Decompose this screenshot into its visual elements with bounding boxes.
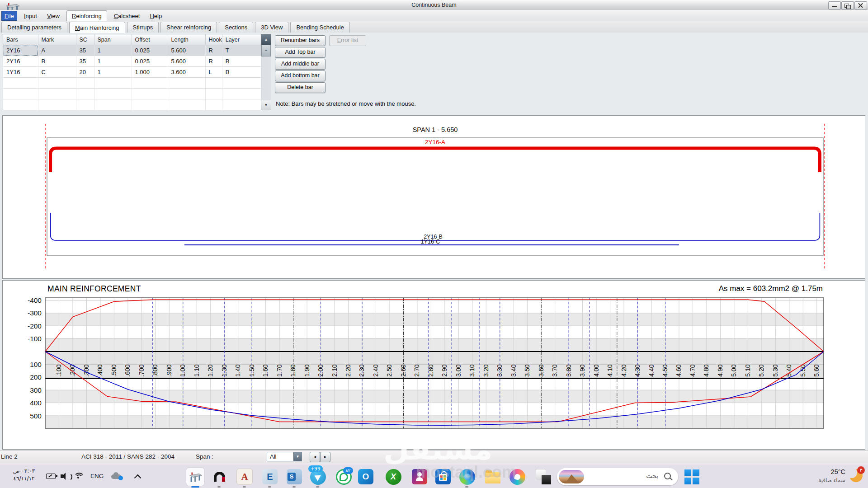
cell-bars[interactable]: 2Y16 (3, 56, 38, 67)
weather-widget[interactable]: 25°C سماء صافية ٣ (818, 468, 863, 484)
minimize-button[interactable] (828, 1, 841, 9)
renumber-bars-button[interactable]: Renumber bars (275, 35, 326, 46)
reinforcement-envelope-chart: -400-300-200-100100200300400500.100.200.… (3, 281, 865, 449)
column-header-layer[interactable]: Layer (222, 34, 261, 45)
error-list-button[interactable]: Error list (329, 35, 366, 46)
cell-bars[interactable]: 1Y16 (3, 67, 38, 78)
chevron-down-icon[interactable]: ▼ (293, 452, 302, 461)
column-header-hook[interactable]: Hook (205, 34, 222, 45)
add-top-bar-button[interactable]: Add Top bar (275, 47, 326, 58)
menu-item-reinforcing[interactable]: Reinforcing (66, 10, 107, 21)
taskbar-microsoft-store-app[interactable] (434, 468, 452, 486)
menu-item-calcsheet[interactable]: Calcsheet (111, 11, 143, 21)
taskbar-edge-browser-app[interactable] (458, 468, 476, 486)
cell-mark[interactable]: A (38, 45, 76, 56)
bars-table[interactable]: BarsMarkSCSpanOffsetLengthHookLayer2Y16A… (3, 34, 271, 110)
column-header-offset[interactable]: Offset (132, 34, 168, 45)
cell-sc[interactable]: 20 (76, 67, 94, 78)
taskbar-desktop-preview-app[interactable] (534, 468, 552, 486)
taskbar-prokon-app[interactable] (210, 468, 228, 486)
menu-item-input[interactable]: Input (21, 11, 40, 21)
windows-start-button[interactable] (684, 469, 699, 484)
table-row[interactable]: 2Y16A3510.0255.600RT (3, 45, 261, 56)
cell-span[interactable]: 1 (94, 67, 132, 78)
cell-mark[interactable]: B (38, 56, 76, 67)
cell-sc[interactable]: 35 (76, 56, 94, 67)
cell-length[interactable]: 3.600 (168, 67, 205, 78)
menu-item-file[interactable]: File (1, 11, 17, 21)
column-header-length[interactable]: Length (168, 34, 205, 45)
language-indicator[interactable]: ENG (90, 473, 104, 479)
cell-layer[interactable]: B (222, 56, 261, 67)
table-scrollbar[interactable]: ▲=▼ (261, 34, 271, 110)
add-bottom-bar-button[interactable]: Add bottom bar (275, 70, 326, 81)
cell-bars[interactable]: 2Y16 (3, 45, 38, 56)
tab-main-reinforcing[interactable]: Main Reinforcing (69, 22, 125, 33)
svg-text:1.20: 1.20 (207, 364, 214, 376)
taskbar-outlook-app[interactable]: O (357, 468, 375, 486)
svg-text:4.40: 4.40 (648, 364, 655, 376)
tab-sections[interactable]: Sections (219, 22, 253, 33)
cell-offset[interactable]: 1.000 (132, 67, 168, 78)
onedrive-icon[interactable] (111, 474, 121, 479)
column-header-sc[interactable]: SC (76, 34, 94, 45)
copilot-icon (509, 469, 525, 485)
table-row-empty[interactable] (3, 89, 261, 99)
taskbar-file-explorer-app[interactable] (484, 468, 502, 486)
taskbar-telegram-app[interactable]: +99 (309, 468, 327, 486)
span-select[interactable]: All ▼ (267, 452, 302, 461)
taskbar-media-player-app[interactable] (410, 468, 429, 486)
cell-offset[interactable]: 0.025 (132, 45, 168, 56)
table-row-empty[interactable] (3, 78, 261, 89)
table-row-empty[interactable] (3, 99, 261, 110)
cell-sc[interactable]: 35 (76, 45, 94, 56)
svg-text:200: 200 (30, 373, 42, 381)
tab-stirrups[interactable]: Stirrups (127, 22, 159, 33)
column-header-span[interactable]: Span (94, 34, 132, 45)
previous-span-button[interactable]: ◄ (310, 452, 320, 462)
s-app-icon: S (287, 469, 302, 484)
cell-span[interactable]: 1 (94, 56, 132, 67)
clock[interactable]: ٠٣:٠٣ ص ٤٦/١١/١٢ (6, 467, 42, 483)
tab-bending-schedule[interactable]: Bending Schedule (290, 22, 350, 33)
tab-detailing-parameters[interactable]: Detailing parameters (1, 22, 67, 33)
taskbar-whatsapp-app[interactable]: ٨٢ (335, 468, 353, 486)
cell-span[interactable]: 1 (94, 45, 132, 56)
cell-hook[interactable]: R (205, 45, 222, 56)
cell-layer[interactable]: B (222, 67, 261, 78)
taskbar-structural-s-app[interactable]: S (285, 468, 303, 486)
cell-layer[interactable]: T (222, 45, 261, 56)
close-button[interactable] (854, 1, 867, 9)
delete-bar-button[interactable]: Delete bar (275, 82, 326, 93)
taskbar-copilot-app[interactable] (508, 468, 526, 486)
taskbar-continuous-beam-app[interactable] (186, 468, 204, 486)
scroll-down-icon[interactable]: ▼ (261, 100, 271, 110)
taskbar-xbox-app[interactable]: X (384, 468, 402, 486)
menu-item-help[interactable]: Help (146, 11, 165, 21)
add-middle-bar-button[interactable]: Add middle bar (275, 59, 326, 70)
restore-button[interactable] (841, 1, 854, 9)
speaker-icon[interactable] (61, 474, 63, 478)
table-row[interactable]: 1Y16C2011.0003.600LB (3, 67, 261, 78)
wifi-icon[interactable] (74, 473, 84, 480)
cell-length[interactable]: 5.600 (168, 56, 205, 67)
next-span-button[interactable]: ► (320, 452, 330, 462)
tab-shear-reinforcing[interactable]: Shear reinforcing (160, 22, 217, 33)
search-box[interactable]: بحث (557, 468, 678, 485)
taskbar-structural-e-app[interactable]: E (261, 468, 279, 486)
table-row[interactable]: 2Y16B3510.0255.600RB (3, 56, 261, 67)
cell-hook[interactable]: R (205, 56, 222, 67)
scrollbar-thumb[interactable]: = (261, 45, 271, 56)
cell-offset[interactable]: 0.025 (132, 56, 168, 67)
battery-icon[interactable] (46, 474, 56, 479)
cell-length[interactable]: 5.600 (168, 45, 205, 56)
cell-mark[interactable]: C (38, 67, 76, 78)
column-header-mark[interactable]: Mark (38, 34, 76, 45)
cell-hook[interactable]: L (205, 67, 222, 78)
chevron-up-icon[interactable] (134, 474, 142, 482)
taskbar-autocad-app[interactable]: A (236, 468, 254, 486)
tab-3d-view[interactable]: 3D View (255, 22, 288, 33)
column-header-bars[interactable]: Bars (3, 34, 38, 45)
menu-item-view[interactable]: View (44, 11, 63, 21)
scroll-up-icon[interactable]: ▲ (261, 34, 271, 45)
